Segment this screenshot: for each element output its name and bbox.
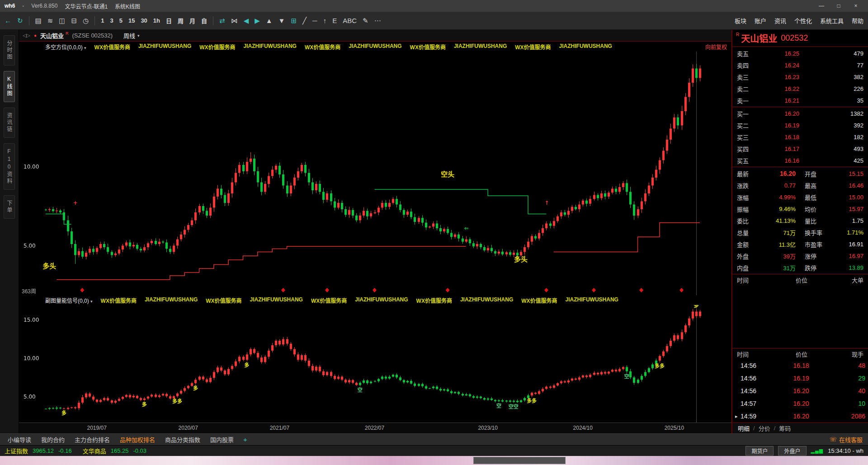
add-window-icon[interactable]: ⊞: [291, 17, 297, 25]
period-button-月[interactable]: 月: [189, 16, 195, 25]
text-tool-icon[interactable]: E: [332, 17, 337, 24]
sidebar-tab-下单[interactable]: 下单: [4, 195, 15, 219]
watermark-text: WX价值服务商: [101, 296, 137, 304]
bottom-tab-品种加权排名[interactable]: 品种加权排名: [115, 434, 160, 445]
workspace: 分时图K线图资讯链F10资料下单 ◁▷ ● 天山铝业 R (SZSE 00253…: [0, 30, 868, 433]
restore-button[interactable]: □: [831, 1, 846, 10]
main-chart-canvas[interactable]: [19, 52, 731, 295]
bottom-tab-主力合约排名[interactable]: 主力合约排名: [70, 434, 115, 445]
toolbar-menu-个性化[interactable]: 个性化: [794, 16, 812, 25]
toolbar-menu-帮助[interactable]: 帮助: [852, 16, 863, 25]
period-button-自[interactable]: 自: [201, 16, 207, 25]
background-window-fragment[interactable]: [473, 457, 566, 464]
compress-icon[interactable]: ⊟: [71, 17, 77, 25]
refresh-icon[interactable]: ↻: [17, 17, 23, 25]
col-bigorder: 大单: [832, 276, 863, 284]
panel-tab-明细[interactable]: 明细: [738, 424, 750, 432]
bottom-tab-商品分类指数[interactable]: 商品分类指数: [160, 434, 205, 445]
period-button-15[interactable]: 15: [128, 17, 135, 24]
ask-row[interactable]: 卖二16.22226: [732, 83, 868, 94]
caret-down-icon: ▾: [90, 299, 93, 304]
main-indicator-name[interactable]: 多空方位(0,0,0) ▾: [45, 43, 86, 51]
minimize-button[interactable]: —: [814, 1, 829, 10]
headset-icon: ☏: [830, 436, 837, 443]
close-button[interactable]: ×: [848, 1, 863, 10]
toolbar-menu-系统工具[interactable]: 系统工具: [820, 16, 844, 25]
period-button-3[interactable]: 3: [110, 17, 113, 24]
toolbar-separator: [94, 16, 95, 25]
period-button-日[interactable]: 日: [166, 16, 172, 25]
period-button-30[interactable]: 30: [141, 17, 147, 24]
window-title: 系统K线图: [115, 2, 140, 10]
sidebar-tab-F10资料[interactable]: F10资料: [4, 143, 15, 190]
col-price: 价位: [771, 276, 832, 284]
desktop-wallpaper-strip: [0, 456, 868, 465]
period-button-1[interactable]: 1: [101, 17, 104, 24]
bid-row[interactable]: 买四16.17493: [732, 143, 868, 155]
price-adjust-mode[interactable]: 向前复权: [705, 43, 727, 51]
ask-row[interactable]: 卖三16.23382: [732, 71, 868, 83]
online-service-button[interactable]: ☏ 在线客服: [830, 435, 863, 444]
horizontal-line-icon[interactable]: ─: [312, 17, 317, 24]
report-board-icon[interactable]: ▤: [35, 17, 42, 25]
ask-row[interactable]: 卖五16.25479: [732, 47, 868, 59]
zoom-fit-icon[interactable]: ⋈: [231, 17, 238, 25]
quote-header: R 天山铝业 002532: [732, 30, 868, 47]
next-page-icon[interactable]: ▶: [255, 17, 260, 25]
period-button-5[interactable]: 5: [119, 17, 123, 24]
line-chart-icon[interactable]: ≋: [47, 17, 53, 25]
watermark-text: JIAZHIFUWUSHANG: [145, 296, 198, 304]
toolbar-separator: [29, 16, 29, 25]
sub-indicator-name[interactable]: 副图量能信号(0,0) ▾: [45, 296, 93, 304]
prev-page-icon[interactable]: ◀: [244, 17, 249, 25]
toolbar-menu-资讯[interactable]: 资讯: [774, 16, 786, 25]
sidebar-tab-资讯链[interactable]: 资讯链: [4, 108, 15, 138]
chevron-down-icon[interactable]: ▼: [278, 17, 285, 24]
contract-link-icon[interactable]: ◁▷: [23, 33, 30, 38]
switch-contract-icon[interactable]: ⇄: [219, 17, 225, 25]
sub-chart-canvas[interactable]: [19, 305, 731, 423]
bottom-tab-国内股票[interactable]: 国内股票: [205, 434, 239, 445]
multi-window-icon[interactable]: ◫: [59, 17, 65, 25]
period-button-1h[interactable]: 1h: [153, 17, 160, 24]
bid-row[interactable]: 买五16.16425: [732, 155, 868, 166]
sidebar-tab-分时图[interactable]: 分时图: [4, 35, 15, 66]
abc-label-icon[interactable]: ABC: [343, 17, 357, 24]
sidebar-tab-K线图[interactable]: K线图: [4, 71, 15, 102]
toolbar-menu-账户[interactable]: 账户: [755, 16, 766, 25]
draw-line-icon[interactable]: ╱: [302, 17, 307, 25]
ask-row[interactable]: 卖四16.2477: [732, 59, 868, 71]
period-selector[interactable]: 周线 ▾: [123, 31, 140, 40]
col-price: 价位: [771, 350, 832, 358]
bid-row[interactable]: 买二16.19392: [732, 119, 868, 131]
toolbar-menu-板块[interactable]: 板块: [735, 16, 746, 25]
tick-row: 14:5616.1848: [732, 359, 868, 372]
panel-tab-分价[interactable]: 分价: [759, 424, 770, 432]
futures-account-button[interactable]: 期货户: [745, 446, 774, 456]
index1-label[interactable]: 上证指数: [5, 446, 28, 455]
titlebar-dash: -: [22, 3, 24, 9]
back-icon[interactable]: ←: [5, 17, 11, 24]
bottom-tab-我的合约[interactable]: 我的合约: [36, 434, 70, 445]
edit-icon[interactable]: ✎: [363, 17, 368, 25]
panel-tab-筹码[interactable]: 筹码: [779, 424, 791, 432]
arrow-up-icon[interactable]: ↑: [323, 17, 327, 24]
overseas-account-button[interactable]: 外盘户: [778, 446, 806, 456]
connection-dot-icon: ●: [34, 33, 37, 38]
quote-stock-name: 天山铝业: [741, 32, 777, 45]
time-axis-label: 2025/10: [665, 425, 684, 431]
watermark-text: WX价值服务商: [515, 43, 551, 51]
period-button-周[interactable]: 周: [178, 16, 184, 25]
index2-label[interactable]: 文华商品: [83, 446, 106, 455]
chart-area: ◁▷ ● 天山铝业 R (SZSE 002532) 周线 ▾ 多空方位(0,0,…: [19, 30, 731, 433]
ask-row[interactable]: 卖一16.2135: [732, 94, 868, 106]
more-icon[interactable]: ⋯: [374, 17, 381, 25]
bottom-tab-小编导读[interactable]: 小编导读: [3, 434, 36, 445]
bid-row[interactable]: 买三16.18182: [732, 131, 868, 143]
alarm-icon[interactable]: ◷: [83, 17, 89, 25]
bid-row[interactable]: 买一16.201382: [732, 108, 868, 119]
chevron-up-icon[interactable]: ▲: [266, 17, 273, 24]
time-axis-label: 2020/07: [179, 425, 198, 431]
add-tab-button[interactable]: +: [239, 436, 252, 443]
time-axis[interactable]: 2019/072020/072021/072022/072023/102024/…: [19, 423, 731, 433]
